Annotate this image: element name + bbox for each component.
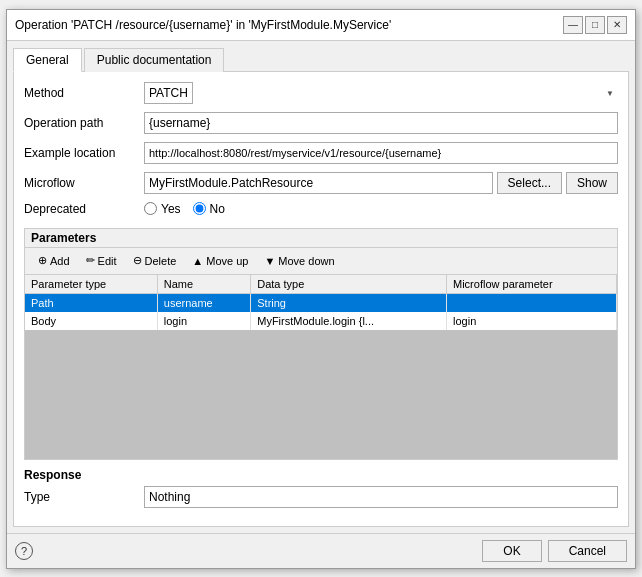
type-label: Type — [24, 490, 144, 504]
deprecated-radio-group: Yes No — [144, 202, 225, 216]
method-label: Method — [24, 86, 144, 100]
ok-button[interactable]: OK — [482, 540, 541, 562]
add-icon: ⊕ — [38, 254, 47, 267]
parameters-table: Parameter type Name Data type Microflow … — [25, 275, 617, 330]
parameters-table-container: Parameter type Name Data type Microflow … — [25, 275, 617, 459]
delete-button[interactable]: ⊖ Delete — [126, 251, 184, 271]
deprecated-yes-label[interactable]: Yes — [144, 202, 181, 216]
example-value — [144, 142, 618, 164]
table-empty-area — [25, 330, 617, 410]
show-button[interactable]: Show — [566, 172, 618, 194]
help-button[interactable]: ? — [15, 542, 33, 560]
path-input[interactable] — [144, 112, 618, 134]
move-down-button[interactable]: ▼ Move down — [257, 251, 341, 271]
example-row: Example location — [24, 142, 618, 164]
method-row: Method PATCH — [24, 82, 618, 104]
deprecated-no-label[interactable]: No — [193, 202, 225, 216]
parameters-title: Parameters — [25, 229, 617, 248]
response-label: Response — [24, 468, 618, 482]
parameters-section: Parameters ⊕ Add ✏ Edit ⊖ Delete — [24, 228, 618, 460]
minimize-button[interactable]: — — [563, 16, 583, 34]
parameters-toolbar: ⊕ Add ✏ Edit ⊖ Delete ▲ Move up — [25, 248, 617, 275]
type-input[interactable] — [144, 486, 618, 508]
tab-bar: General Public documentation — [13, 47, 629, 71]
cancel-button[interactable]: Cancel — [548, 540, 627, 562]
deprecated-no-radio[interactable] — [193, 202, 206, 215]
col-microflow-param: Microflow parameter — [447, 275, 617, 294]
type-row: Type — [24, 486, 618, 508]
type-value — [144, 486, 618, 508]
cell-data_type: String — [251, 293, 447, 312]
select-button[interactable]: Select... — [497, 172, 562, 194]
path-row: Operation path — [24, 112, 618, 134]
cell-microflow_param: login — [447, 312, 617, 330]
col-param-type: Parameter type — [25, 275, 157, 294]
table-header-row: Parameter type Name Data type Microflow … — [25, 275, 617, 294]
window-title: Operation 'PATCH /resource/{username}' i… — [15, 18, 391, 32]
dialog-window: Operation 'PATCH /resource/{username}' i… — [6, 9, 636, 569]
edit-button[interactable]: ✏ Edit — [79, 251, 124, 271]
title-bar: Operation 'PATCH /resource/{username}' i… — [7, 10, 635, 41]
table-row[interactable]: BodyloginMyFirstModule.login {l...login — [25, 312, 617, 330]
example-label: Example location — [24, 146, 144, 160]
cell-param_type: Body — [25, 312, 157, 330]
deprecated-yes-radio[interactable] — [144, 202, 157, 215]
close-button[interactable]: ✕ — [607, 16, 627, 34]
microflow-row: Microflow Select... Show — [24, 172, 618, 194]
tab-content-general: Method PATCH Operation path Example loca… — [13, 71, 629, 527]
window-controls: — □ ✕ — [563, 16, 627, 34]
example-input[interactable] — [144, 142, 618, 164]
col-name: Name — [157, 275, 250, 294]
move-down-icon: ▼ — [264, 255, 275, 267]
move-up-icon: ▲ — [192, 255, 203, 267]
cell-name: login — [157, 312, 250, 330]
move-up-button[interactable]: ▲ Move up — [185, 251, 255, 271]
table-row[interactable]: PathusernameString — [25, 293, 617, 312]
tab-public-documentation[interactable]: Public documentation — [84, 48, 225, 72]
microflow-field-group: Select... Show — [144, 172, 618, 194]
dialog-footer: ? OK Cancel — [7, 533, 635, 568]
cell-microflow_param — [447, 293, 617, 312]
cell-param_type: Path — [25, 293, 157, 312]
deprecated-label: Deprecated — [24, 202, 144, 216]
col-data-type: Data type — [251, 275, 447, 294]
restore-button[interactable]: □ — [585, 16, 605, 34]
window-content: General Public documentation Method PATC… — [7, 41, 635, 533]
microflow-label: Microflow — [24, 176, 144, 190]
path-value — [144, 112, 618, 134]
response-section: Response Type — [24, 468, 618, 516]
deprecated-row: Deprecated Yes No — [24, 202, 618, 216]
method-select-wrapper: PATCH — [144, 82, 618, 104]
tab-general[interactable]: General — [13, 48, 82, 72]
microflow-input[interactable] — [144, 172, 493, 194]
cell-data_type: MyFirstModule.login {l... — [251, 312, 447, 330]
cell-name: username — [157, 293, 250, 312]
path-label: Operation path — [24, 116, 144, 130]
delete-icon: ⊖ — [133, 254, 142, 267]
footer-buttons: OK Cancel — [482, 540, 627, 562]
add-button[interactable]: ⊕ Add — [31, 251, 77, 271]
edit-icon: ✏ — [86, 254, 95, 267]
method-select[interactable]: PATCH — [144, 82, 193, 104]
